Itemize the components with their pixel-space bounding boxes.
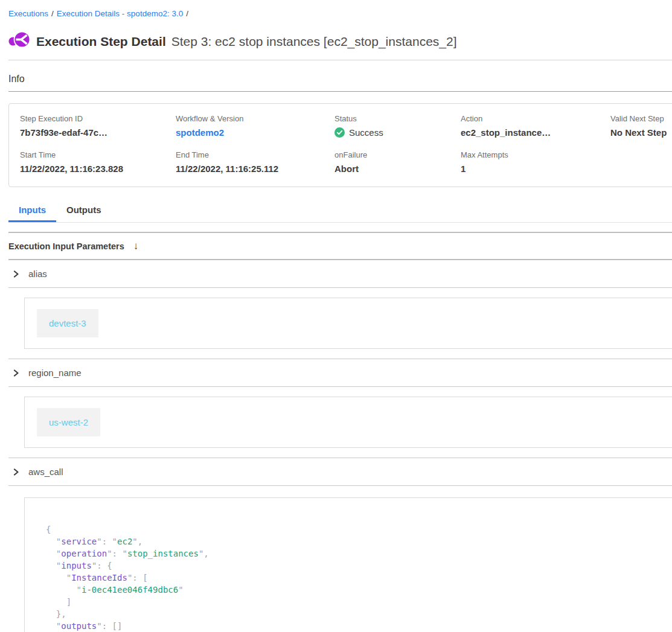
field-value: ec2_stop_instance… [461, 127, 610, 138]
field-value: No Next Step [610, 127, 672, 138]
field-onfailure: onFailure Abort [334, 150, 461, 174]
field-start-time: Start Time 11/22/2022, 11:16:23.828 [20, 150, 176, 174]
execution-step-detail-page: Executions/Execution Details - spotdemo2… [0, 0, 672, 632]
field-label: Max Attempts [461, 150, 610, 159]
field-label: Action [461, 114, 610, 123]
breadcrumb: Executions/Execution Details - spotdemo2… [8, 8, 672, 19]
field-value: Abort [334, 164, 461, 174]
param-value-chip: us-west-2 [37, 408, 100, 436]
field-label: Valid Next Step [610, 114, 672, 123]
section-title: Execution Input Parameters [8, 241, 124, 251]
field-value: 11/22/2022, 11:16:25.112 [176, 164, 334, 174]
info-divider [8, 91, 672, 92]
execution-input-parameters-header: Execution Input Parameters ↓ [8, 233, 672, 259]
tab-inputs[interactable]: Inputs [8, 201, 56, 222]
param-value-chip: devtest-3 [37, 309, 98, 337]
info-grid: Step Execution ID 7b73f93e-edaf-47c… Wor… [20, 114, 672, 174]
status-badge: Success [334, 127, 461, 138]
breadcrumb-separator: / [186, 9, 188, 18]
param-value-box-alias: devtest-3 [24, 298, 672, 349]
inputs-outputs-tabs: Inputs Outputs [8, 201, 672, 223]
page-title-group: Execution Step DetailStep 3: ec2 stop in… [36, 28, 457, 51]
field-workflow-version: Workflow & Version spotdemo2 [176, 114, 334, 138]
param-row-alias[interactable]: alias [8, 260, 672, 287]
param-name: alias [28, 269, 47, 279]
field-label: Start Time [20, 150, 176, 159]
field-max-attempts: Max Attempts 1 [461, 150, 610, 174]
field-label: Workflow & Version [176, 114, 334, 123]
field-value: 7b73f93e-edaf-47c… [20, 127, 176, 138]
breadcrumb-link-executions[interactable]: Executions [8, 9, 48, 18]
field-value: 11/22/2022, 11:16:23.828 [20, 164, 176, 174]
info-heading: Info [8, 74, 672, 85]
breadcrumb-link-execution-details[interactable]: Execution Details - spotdemo2: 3.0 [57, 9, 183, 18]
param-value-box-region-name: us-west-2 [24, 397, 672, 448]
success-check-icon [334, 127, 345, 138]
status-text: Success [349, 127, 383, 138]
param-name: region_name [28, 368, 82, 378]
page-subtitle: Step 3: ec2 stop instances [ec2_stop_ins… [171, 34, 457, 48]
chevron-right-icon[interactable] [13, 369, 19, 377]
row-divider [8, 287, 672, 288]
arrow-down-icon[interactable]: ↓ [133, 240, 139, 252]
field-valid-next-step: Valid Next Step No Next Step [610, 114, 672, 138]
info-card: Step Execution ID 7b73f93e-edaf-47c… Wor… [8, 103, 672, 187]
workflow-branch-icon [8, 30, 30, 50]
param-row-aws-call[interactable]: aws_call [8, 458, 672, 485]
workflow-link[interactable]: spotdemo2 [176, 127, 334, 138]
row-divider [8, 386, 672, 387]
page-title: Execution Step Detail [36, 34, 166, 48]
row-divider [8, 485, 672, 486]
field-step-execution-id: Step Execution ID 7b73f93e-edaf-47c… [20, 114, 176, 138]
page-header: Execution Step DetailStep 3: ec2 stop in… [8, 28, 672, 51]
field-label: Step Execution ID [20, 114, 176, 123]
field-value: 1 [461, 164, 610, 174]
header-divider [8, 60, 672, 60]
param-value-box-aws-call: { "service": "ec2", "operation": "stop_i… [24, 497, 672, 632]
param-row-region-name[interactable]: region_name [8, 359, 672, 386]
field-action: Action ec2_stop_instance… [461, 114, 610, 138]
chevron-right-icon[interactable] [13, 270, 19, 278]
json-code: { "service": "ec2", "operation": "stop_i… [46, 523, 672, 632]
field-label: End Time [176, 150, 334, 159]
field-status: Status Success [334, 114, 461, 138]
field-end-time: End Time 11/22/2022, 11:16:25.112 [176, 150, 334, 174]
field-label: onFailure [334, 150, 461, 159]
breadcrumb-separator: / [51, 9, 54, 18]
field-label: Status [334, 114, 461, 123]
param-name: aws_call [28, 467, 63, 477]
tab-outputs[interactable]: Outputs [56, 201, 112, 222]
chevron-right-icon[interactable] [13, 468, 19, 476]
